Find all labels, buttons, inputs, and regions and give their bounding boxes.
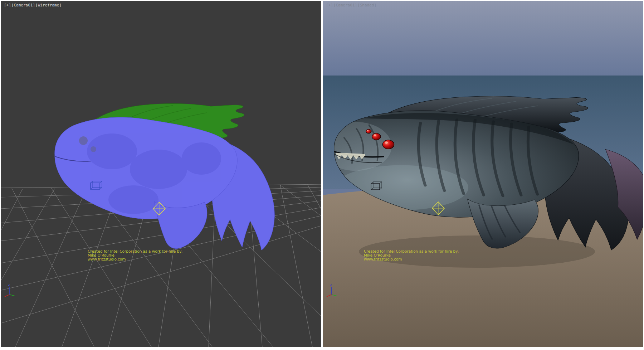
- viewport-menu-general[interactable]: [+]: [4, 3, 11, 8]
- axis-tripod-icon: z: [326, 282, 340, 298]
- axis-z-label: z: [8, 283, 10, 287]
- axis-x-line: [5, 295, 10, 297]
- axis-y-line: [332, 295, 337, 296]
- fish-eye: [366, 129, 371, 133]
- axis-z-label: z: [330, 283, 332, 287]
- fish-eye-spot: [91, 146, 96, 152]
- axis-tripod-icon: z: [4, 282, 18, 298]
- viewport-canvas-shaded[interactable]: [323, 1, 643, 347]
- viewport-label: [+][Camera01][Shaded]: [326, 3, 377, 8]
- viewport-menu-shading[interactable]: [Shaded]: [357, 3, 376, 8]
- fish-eye-spot: [79, 136, 88, 145]
- axis-x-line: [327, 295, 332, 297]
- viewport-canvas-wireframe[interactable]: [1, 1, 321, 347]
- fish-shadow: [359, 235, 595, 268]
- axis-y-line: [10, 295, 15, 296]
- viewport-menu-general[interactable]: [+]: [326, 3, 333, 8]
- sky: [323, 1, 643, 76]
- viewport-label: [+][Camera01][Wireframe]: [4, 3, 62, 8]
- viewport-shaded[interactable]: [+][Camera01][Shaded]: [323, 1, 643, 347]
- fish-eye: [382, 140, 394, 149]
- fish-eye-highlight: [367, 130, 369, 131]
- viewport-menu-shading[interactable]: [Wireframe]: [35, 3, 62, 8]
- viewport-menu-camera[interactable]: [Camera01]: [11, 3, 35, 8]
- viewport-menu-camera[interactable]: [Camera01]: [333, 3, 357, 8]
- viewport-wireframe[interactable]: [+][Camera01][Wireframe]: [1, 1, 321, 347]
- fish-eye-highlight: [374, 134, 376, 136]
- fish-eye: [372, 133, 381, 140]
- fish-eye-highlight: [385, 141, 388, 144]
